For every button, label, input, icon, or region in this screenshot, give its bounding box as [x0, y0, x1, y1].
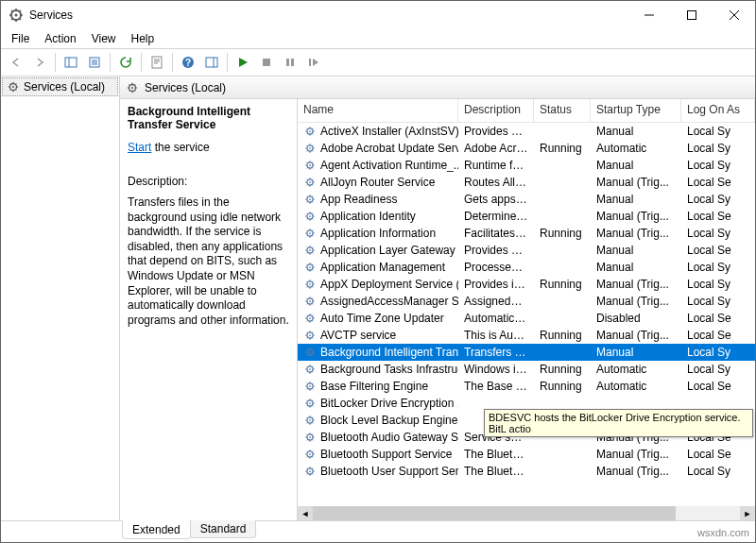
show-hide-tree-button[interactable] — [60, 51, 82, 74]
service-status-cell — [534, 266, 591, 268]
service-row[interactable]: Application IdentityDetermines ...Manual… — [298, 208, 755, 225]
service-name-cell: Agent Activation Runtime_... — [320, 159, 458, 172]
service-row[interactable]: Background Intelligent Tran...Transfers … — [298, 344, 755, 361]
menu-help[interactable]: Help — [125, 30, 162, 47]
service-name-cell: Bluetooth User Support Ser... — [320, 465, 458, 478]
tab-standard[interactable]: Standard — [190, 520, 257, 538]
service-name-cell: AVCTP service — [320, 329, 396, 342]
description-text: Transfers files in the background using … — [128, 195, 289, 328]
service-row[interactable]: Adobe Acrobat Update Serv...Adobe Acro..… — [298, 140, 755, 157]
service-desc-cell: This is Audi... — [458, 328, 534, 343]
service-startup-cell: Manual (Trig... — [591, 328, 681, 343]
content-header-title: Services (Local) — [145, 81, 226, 94]
service-logon-cell: Local Se — [681, 243, 755, 258]
service-name-cell: Auto Time Zone Updater — [320, 312, 444, 325]
window-title: Services — [29, 8, 73, 22]
service-row[interactable]: Auto Time Zone UpdaterAutomatica...Disab… — [298, 310, 755, 327]
maximize-button[interactable] — [670, 1, 713, 29]
svg-point-56 — [309, 436, 311, 438]
service-status-cell — [534, 215, 591, 217]
stop-service-button[interactable] — [255, 51, 278, 74]
menu-action[interactable]: Action — [38, 30, 82, 47]
column-status[interactable]: Status — [534, 99, 591, 122]
service-desc-cell: Adobe Acro... — [458, 141, 534, 156]
service-row[interactable]: Application InformationFacilitates t...R… — [298, 225, 755, 242]
service-status-cell — [534, 453, 591, 455]
service-row[interactable]: Application Layer Gateway ...Provides su… — [298, 242, 755, 259]
back-button[interactable] — [5, 51, 27, 74]
service-name-cell: Base Filtering Engine — [320, 380, 428, 393]
menu-view[interactable]: View — [85, 30, 123, 47]
watermark: wsxdn.com — [697, 527, 749, 538]
service-row[interactable]: AppX Deployment Service (...Provides inf… — [298, 276, 755, 293]
minimize-button[interactable] — [627, 1, 670, 29]
gear-icon — [303, 210, 317, 223]
service-row[interactable]: AssignedAccessManager Se...AssignedAc...… — [298, 293, 755, 310]
service-row[interactable]: AVCTP serviceThis is Audi...RunningManua… — [298, 327, 755, 344]
column-startup-type[interactable]: Startup Type — [591, 99, 681, 122]
column-description[interactable]: Description — [458, 99, 534, 122]
properties-button[interactable] — [146, 51, 168, 74]
service-row[interactable]: Bluetooth User Support Ser...The Bluetoo… — [298, 463, 755, 480]
close-button[interactable] — [713, 1, 755, 29]
svg-point-18 — [131, 86, 133, 88]
service-startup-cell: Manual (Trig... — [591, 175, 681, 190]
tab-extended[interactable]: Extended — [122, 520, 191, 539]
nav-services-local[interactable]: Services (Local) — [2, 77, 118, 96]
column-logon-as[interactable]: Log On As — [681, 99, 755, 122]
show-hide-action-pane-button[interactable] — [200, 51, 223, 74]
forward-button[interactable] — [28, 51, 51, 74]
service-startup-cell: Manual — [591, 345, 681, 360]
service-desc-cell: Transfers fil... — [458, 345, 534, 360]
menu-file[interactable]: File — [5, 30, 36, 47]
service-logon-cell: Local Sy — [681, 260, 755, 275]
service-row[interactable]: App ReadinessGets apps re...ManualLocal … — [298, 191, 755, 208]
scroll-right-button[interactable]: ► — [740, 506, 755, 520]
svg-point-20 — [309, 130, 311, 132]
service-logon-cell — [681, 402, 755, 404]
start-service-button[interactable] — [232, 51, 254, 74]
column-name[interactable]: Name — [298, 99, 458, 122]
nav-root-label: Services (Local) — [24, 80, 105, 93]
service-row[interactable]: Bluetooth Support ServiceThe Bluetoo...M… — [298, 446, 755, 463]
scroll-left-button[interactable]: ◄ — [298, 506, 313, 520]
service-status-cell: Running — [534, 362, 591, 377]
service-desc-cell: The Bluetoo... — [458, 464, 534, 479]
svg-rect-11 — [263, 59, 270, 66]
service-status-cell — [534, 402, 591, 404]
list-header: Name Description Status Startup Type Log… — [298, 99, 755, 123]
service-name-cell: Block Level Backup Engine ... — [320, 414, 458, 427]
service-logon-cell: Local Sy — [681, 464, 755, 479]
restart-service-button[interactable] — [302, 51, 325, 74]
service-status-cell: Running — [534, 379, 591, 394]
service-status-cell — [534, 181, 591, 183]
service-row[interactable]: AllJoyn Router ServiceRoutes AllJo...Man… — [298, 174, 755, 191]
service-row[interactable]: Background Tasks Infrastruc...Windows in… — [298, 361, 755, 378]
service-name-cell: Background Intelligent Tran... — [320, 346, 458, 359]
service-row[interactable]: Application ManagementProcesses in...Man… — [298, 259, 755, 276]
help-button[interactable]: ? — [177, 51, 199, 74]
svg-point-28 — [309, 198, 311, 200]
svg-rect-9 — [206, 58, 217, 67]
service-desc-cell — [458, 402, 534, 404]
service-row[interactable]: Agent Activation Runtime_...Runtime for.… — [298, 157, 755, 174]
service-row[interactable]: ActiveX Installer (AxInstSV)Provides Us.… — [298, 123, 755, 140]
svg-point-52 — [309, 402, 311, 404]
gear-icon — [303, 295, 317, 308]
start-service-link[interactable]: Start — [128, 141, 151, 154]
service-logon-cell: Local Sy — [681, 141, 755, 156]
service-name-cell: Application Layer Gateway ... — [320, 244, 458, 257]
export-list-button[interactable] — [83, 51, 106, 74]
refresh-button[interactable] — [114, 51, 137, 74]
horizontal-scrollbar[interactable]: ◄ ► — [298, 506, 755, 520]
toolbar: ? — [1, 48, 755, 76]
pause-service-button[interactable] — [279, 51, 301, 74]
service-logon-cell: Local Se — [681, 311, 755, 326]
svg-point-30 — [309, 215, 311, 217]
gear-icon — [303, 397, 317, 410]
scroll-thumb[interactable] — [313, 506, 676, 520]
service-desc-cell: Routes AllJo... — [458, 175, 534, 190]
service-status-cell — [534, 470, 591, 472]
service-logon-cell: Local Sy — [681, 158, 755, 173]
service-row[interactable]: Base Filtering EngineThe Base Fil...Runn… — [298, 378, 755, 395]
